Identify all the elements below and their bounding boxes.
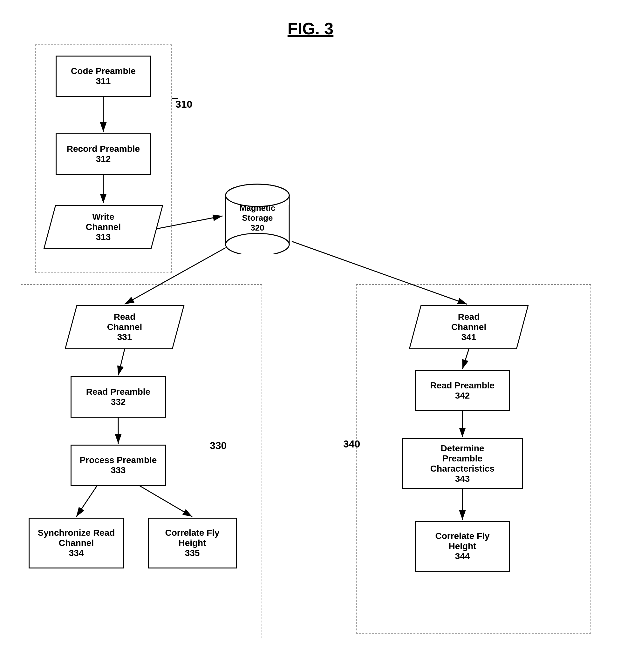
read-preamble-332-number: 332 — [111, 397, 126, 407]
process-preamble-333-number: 333 — [111, 465, 126, 476]
process-preamble-333-box: Process Preamble 333 — [71, 445, 166, 486]
code-preamble-label: Code Preamble — [71, 66, 136, 76]
correlate-fly-height-344-label: Correlate FlyHeight — [435, 531, 489, 551]
read-preamble-332-box: Read Preamble 332 — [71, 376, 166, 418]
read-channel-331-box: ReadChannel331 — [71, 305, 179, 349]
magnetic-storage-cylinder: MagneticStorage 320 — [222, 178, 292, 254]
read-channel-331-text: ReadChannel331 — [107, 312, 142, 342]
record-preamble-box: Record Preamble 312 — [56, 133, 151, 175]
record-preamble-label: Record Preamble — [67, 144, 140, 154]
read-preamble-342-label: Read Preamble — [430, 380, 495, 391]
page-title: FIG. 3 — [0, 19, 621, 38]
read-preamble-342-number: 342 — [455, 391, 470, 401]
correlate-fly-height-344-box: Correlate FlyHeight 344 — [415, 521, 510, 572]
magnetic-storage-number: 320 — [250, 223, 264, 232]
code-preamble-number: 311 — [96, 76, 111, 86]
sync-read-channel-334-box: Synchronize ReadChannel 334 — [29, 518, 124, 569]
sync-read-channel-334-number: 334 — [69, 548, 84, 558]
group-340-label: 340 — [343, 438, 360, 450]
read-preamble-332-label: Read Preamble — [86, 387, 150, 397]
determine-preamble-343-box: DeterminePreambleCharacteristics 343 — [402, 438, 523, 489]
code-preamble-box: Code Preamble 311 — [56, 55, 151, 97]
read-channel-341-text: ReadChannel341 — [451, 312, 486, 342]
write-channel-text: WriteChannel313 — [86, 212, 121, 242]
correlate-fly-height-335-number: 335 — [185, 548, 200, 558]
read-preamble-342-box: Read Preamble 342 — [415, 370, 510, 411]
determine-preamble-343-label: DeterminePreambleCharacteristics — [430, 443, 495, 474]
svg-point-2 — [225, 233, 289, 254]
correlate-fly-height-335-label: Correlate FlyHeight — [165, 528, 219, 548]
magnetic-storage-label: MagneticStorage — [240, 203, 276, 223]
sync-read-channel-334-label: Synchronize ReadChannel — [38, 528, 115, 548]
group-330-label: 330 — [210, 440, 226, 452]
record-preamble-number: 312 — [96, 154, 111, 164]
write-channel-box: WriteChannel313 — [49, 205, 157, 249]
correlate-fly-height-344-number: 344 — [455, 551, 470, 562]
read-channel-341-box: ReadChannel341 — [415, 305, 523, 349]
correlate-fly-height-335-box: Correlate FlyHeight 335 — [148, 518, 237, 569]
group-310-label: 310 — [175, 98, 192, 110]
process-preamble-333-label: Process Preamble — [80, 455, 157, 465]
determine-preamble-343-number: 343 — [455, 474, 470, 484]
